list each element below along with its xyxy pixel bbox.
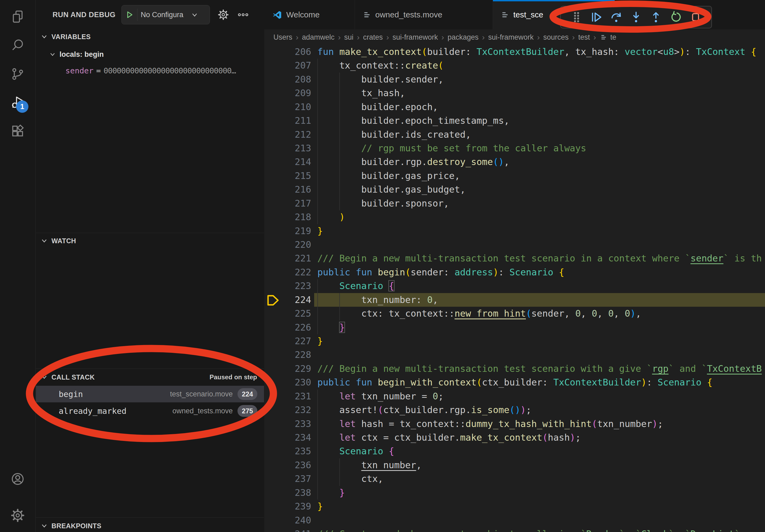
line-number[interactable]: 207 [264, 59, 311, 72]
line-number[interactable]: 208 [264, 73, 311, 86]
line-number[interactable]: 229 [264, 362, 311, 376]
breadcrumb-separator: › [357, 33, 360, 42]
stop-button[interactable] [689, 11, 702, 24]
call-stack-frame-begin[interactable]: begintest_scenario.move224 [36, 386, 264, 402]
line-number[interactable]: 221 [264, 252, 311, 265]
code-text: fun make_tx_context(builder: TxContextBu… [318, 45, 756, 59]
call-stack-frame-already_marked[interactable]: already_markedowned_tests.move275 [36, 402, 264, 419]
step-out-button[interactable] [649, 11, 662, 24]
line-number[interactable]: 210 [264, 100, 311, 114]
line-number[interactable]: 214 [264, 155, 311, 169]
line-number[interactable]: 228 [264, 348, 311, 362]
move-file-icon [363, 11, 371, 19]
line-number[interactable]: 215 [264, 169, 311, 183]
line-number[interactable]: 238 [264, 486, 311, 500]
extensions-icon[interactable] [11, 124, 25, 138]
tab-welcome[interactable]: Welcome [264, 0, 355, 30]
line-number[interactable]: 237 [264, 472, 311, 486]
breadcrumb-item[interactable]: sui-framework [488, 33, 534, 42]
step-over-button[interactable] [610, 11, 623, 24]
code-text: builder.gas_budget, [318, 183, 465, 196]
more-actions-icon[interactable] [237, 8, 250, 21]
line-number[interactable]: 222 [264, 265, 311, 279]
line-number[interactable]: 234 [264, 431, 311, 444]
code-text: let txn_number = 0; [318, 390, 443, 403]
line-number[interactable]: 220 [264, 238, 311, 252]
line-number[interactable]: 233 [264, 417, 311, 431]
code-line-232: 232 assert!(ctx_builder.rgp.is_some()); [264, 403, 765, 417]
call-stack-section-header[interactable]: CALL STACK Paused on step [36, 371, 264, 384]
paused-status: Paused on step [210, 374, 257, 381]
search-icon[interactable] [11, 38, 25, 52]
settings-gear-icon[interactable] [11, 508, 25, 522]
line-number[interactable]: 235 [264, 444, 311, 458]
code-line-212: 212 builder.ids_created, [264, 128, 765, 141]
line-number[interactable]: 227 [264, 334, 311, 348]
variable-row[interactable]: sender = 00000000000000000000000000000… [36, 64, 264, 78]
code-editor[interactable]: 206fun make_tx_context(builder: TxContex… [264, 45, 765, 532]
line-number[interactable]: 231 [264, 390, 311, 403]
drag-handle[interactable] [570, 11, 583, 24]
debug-count-badge: 1 [16, 101, 28, 113]
line-number[interactable]: 236 [264, 458, 311, 472]
frame-function-name: already_marked [59, 406, 127, 416]
run-and-debug-icon[interactable]: 1 [11, 96, 25, 110]
breadcrumb-item[interactable]: sui-framework [392, 33, 438, 42]
variables-section-header[interactable]: VARIABLES [36, 30, 264, 43]
breadcrumb-item[interactable]: Users [274, 33, 293, 42]
chevron-down-icon [41, 374, 48, 381]
line-number[interactable]: 225 [264, 307, 311, 320]
line-number[interactable]: 241 [264, 527, 311, 532]
line-number[interactable]: 230 [264, 376, 311, 389]
code-line-211: 211 builder.epoch_timestamp_ms, [264, 114, 765, 128]
line-number[interactable]: 240 [264, 513, 311, 527]
line-number[interactable]: 224 [264, 293, 311, 307]
code-text: let ctx = ctx_builder.make_tx_context(ha… [318, 431, 581, 444]
continue-button[interactable] [590, 11, 603, 24]
step-into-button[interactable] [630, 11, 642, 24]
watch-section-header[interactable]: WATCH [36, 234, 264, 247]
breadcrumb-item[interactable]: adamwelc [302, 33, 335, 42]
line-number[interactable]: 212 [264, 128, 311, 141]
explorer-icon[interactable] [11, 10, 25, 24]
breadcrumb-item[interactable]: packages [447, 33, 479, 42]
debug-settings-gear-icon[interactable] [217, 8, 230, 21]
debug-toolbar [560, 6, 712, 28]
line-number[interactable]: 226 [264, 321, 311, 334]
line-number[interactable]: 217 [264, 197, 311, 210]
section-divider [36, 369, 264, 369]
code-line-226: 226 } [264, 321, 765, 334]
debug-config-label: No Configura [141, 11, 191, 19]
breakpoints-label: BREAKPOINTS [51, 522, 101, 530]
line-number[interactable]: 232 [264, 403, 311, 417]
breadcrumb-item[interactable]: te [600, 33, 616, 42]
breadcrumb-item[interactable]: sui [344, 33, 354, 42]
restart-button[interactable] [669, 11, 682, 24]
line-number[interactable]: 239 [264, 500, 311, 513]
locals-scope-row[interactable]: locals: begin [36, 48, 264, 61]
line-number[interactable]: 213 [264, 141, 311, 155]
account-icon[interactable] [11, 472, 25, 486]
line-number[interactable]: 206 [264, 45, 311, 59]
breakpoints-section-header[interactable]: BREAKPOINTS [36, 519, 264, 532]
tab-owned-tests-move[interactable]: owned_tests.move [355, 0, 493, 30]
code-line-215: 215 builder.gas_price, [264, 169, 765, 183]
breadcrumb-item[interactable]: crates [363, 33, 383, 42]
debug-config-dropdown[interactable]: No Configura [121, 5, 210, 24]
line-number[interactable]: 218 [264, 210, 311, 224]
line-number[interactable]: 209 [264, 86, 311, 100]
line-number[interactable]: 211 [264, 114, 311, 128]
start-debug-icon[interactable] [122, 10, 137, 19]
code-line-239: 239} [264, 500, 765, 513]
chevron-down-icon [49, 51, 56, 58]
breadcrumb-item[interactable]: sources [543, 33, 569, 42]
source-control-icon[interactable] [11, 67, 25, 81]
line-number[interactable]: 223 [264, 279, 311, 293]
code-text: assert!(ctx_builder.rgp.is_some()); [318, 403, 531, 417]
sidebar-title: RUN AND DEBUG [53, 11, 116, 19]
dropdown-divider [137, 9, 138, 21]
breadcrumb-item[interactable]: test [578, 33, 590, 42]
line-number[interactable]: 219 [264, 224, 311, 238]
section-divider [36, 233, 264, 233]
line-number[interactable]: 216 [264, 183, 311, 196]
